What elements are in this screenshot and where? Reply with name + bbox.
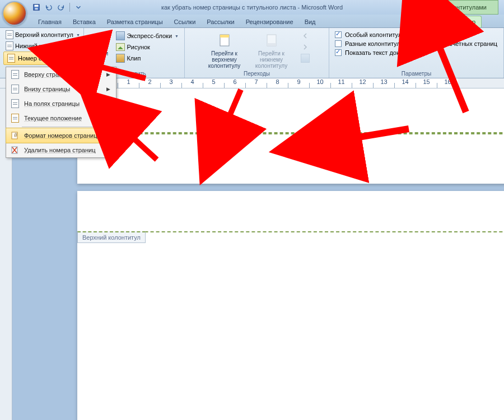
chevron-down-icon: ▼ bbox=[74, 44, 78, 48]
page-number-icon bbox=[7, 54, 16, 63]
link-icon bbox=[301, 54, 310, 63]
clip-art-button[interactable]: Клип bbox=[114, 53, 181, 64]
header-button[interactable]: Верхний колонтитул ▼ bbox=[3, 29, 80, 40]
svg-rect-1 bbox=[35, 5, 39, 7]
page-number-dropdown: Вверху страницы ▶ Внизу страницы ▶ На по… bbox=[6, 67, 116, 158]
group-label: Параметры bbox=[329, 71, 503, 77]
ruler-tick bbox=[309, 83, 330, 88]
office-button[interactable] bbox=[2, 1, 27, 26]
page-number-field[interactable]: 2 bbox=[325, 136, 333, 146]
chevron-right-icon: ▶ bbox=[106, 72, 113, 77]
chevron-right-icon: ▶ bbox=[106, 115, 113, 121]
ruler-tick bbox=[203, 83, 224, 88]
group-navigation: Перейти к верхнему колонтитулу Перейти к… bbox=[185, 28, 329, 78]
quick-access-toolbar bbox=[31, 2, 83, 12]
footer-button[interactable]: Нижний колонтитул ▼ bbox=[3, 40, 80, 52]
previous-section-button bbox=[298, 30, 312, 41]
ruler-tick bbox=[139, 83, 160, 88]
ruler-tick bbox=[224, 83, 245, 88]
svg-rect-4 bbox=[94, 35, 106, 38]
format-icon: # bbox=[10, 131, 21, 140]
quick-parts-icon bbox=[116, 31, 125, 40]
current-position-icon bbox=[10, 114, 21, 123]
app-name: Microsoft Word bbox=[301, 4, 343, 11]
menu-bottom-of-page[interactable]: Внизу страницы ▶ bbox=[6, 82, 116, 96]
qat-customize-icon[interactable] bbox=[73, 2, 83, 12]
menu-format-page-numbers[interactable]: # Формат номеров страниц... bbox=[6, 128, 116, 143]
ruler-tick bbox=[437, 83, 458, 88]
goto-footer-icon bbox=[263, 31, 281, 49]
menu-remove-page-numbers[interactable]: Удалить номера страниц bbox=[6, 143, 116, 157]
tab-review[interactable]: Рецензирование bbox=[240, 16, 299, 27]
ruler-tick bbox=[352, 83, 373, 88]
group-label: Переходы bbox=[185, 71, 329, 77]
menu-current-position[interactable]: Текущее положение ▶ bbox=[6, 111, 116, 125]
separator bbox=[22, 127, 114, 127]
calendar-icon bbox=[91, 31, 109, 49]
footer-icon bbox=[6, 41, 13, 50]
save-icon[interactable] bbox=[31, 2, 41, 12]
different-first-page-checkbox[interactable]: Особый колонтитул для первой страницы bbox=[333, 30, 500, 39]
quick-parts-button[interactable]: Экспресс-блоки ▼ bbox=[114, 30, 181, 41]
document-name: как убрать номер страницы с титульного л… bbox=[161, 4, 296, 11]
ruler-tick bbox=[394, 83, 416, 88]
checkbox-icon bbox=[335, 49, 342, 56]
ruler-tick bbox=[181, 83, 203, 88]
svg-text:#: # bbox=[14, 132, 18, 138]
tab-page-layout[interactable]: Разметка страницы bbox=[101, 16, 169, 27]
tab-mailings[interactable]: Рассылки bbox=[201, 16, 240, 27]
prev-icon bbox=[301, 31, 310, 40]
link-previous-button bbox=[298, 53, 312, 64]
page-current: Верхний колонтитул bbox=[77, 191, 504, 420]
next-section-button bbox=[298, 41, 312, 53]
picture-icon bbox=[116, 43, 125, 52]
ruler-tick bbox=[373, 83, 394, 88]
tab-home[interactable]: Главная bbox=[32, 16, 67, 27]
checkbox-icon bbox=[335, 40, 342, 47]
ruler-tick bbox=[267, 83, 288, 88]
goto-footer-button: Перейти к нижнему колонтитулу bbox=[249, 30, 294, 70]
page-margins-icon bbox=[10, 99, 21, 108]
ruler-tick bbox=[245, 83, 267, 88]
next-icon bbox=[301, 43, 310, 52]
goto-header-icon bbox=[216, 31, 234, 49]
ruler-tick bbox=[288, 83, 309, 88]
clip-icon bbox=[116, 54, 125, 63]
undo-icon[interactable] bbox=[44, 2, 54, 12]
title-bar: как убрать номер страницы с титульного л… bbox=[0, 0, 504, 15]
remove-icon bbox=[10, 146, 21, 155]
svg-rect-2 bbox=[35, 8, 38, 10]
ruler-tick bbox=[416, 83, 437, 88]
chevron-down-icon: ▼ bbox=[175, 34, 179, 38]
page-previous: нтитул 2 bbox=[77, 88, 504, 184]
page-top-icon bbox=[10, 70, 21, 79]
header-tab-label: Верхний колонтитул bbox=[77, 231, 146, 243]
goto-header-button[interactable]: Перейти к верхнему колонтитулу bbox=[202, 30, 247, 70]
redo-icon[interactable] bbox=[56, 2, 66, 12]
different-odd-even-checkbox[interactable]: Разные колонтитулы для четных и нечетных… bbox=[333, 39, 500, 48]
chevron-right-icon: ▶ bbox=[106, 86, 113, 92]
show-document-text-checkbox[interactable]: Показать текст документа bbox=[333, 48, 500, 57]
tab-insert[interactable]: Вставка bbox=[67, 16, 101, 27]
tab-design[interactable]: Конструктор bbox=[434, 16, 482, 27]
svg-rect-9 bbox=[220, 35, 229, 38]
contextual-tab-header-footer[interactable]: Работа с колонтитулами bbox=[405, 0, 498, 15]
ruler-tick bbox=[330, 83, 352, 88]
page-bottom-icon bbox=[10, 85, 21, 94]
svg-rect-11 bbox=[267, 43, 276, 46]
menu-top-of-page[interactable]: Вверху страницы ▶ bbox=[6, 67, 116, 82]
picture-button[interactable]: Рисунок bbox=[114, 41, 181, 53]
page-number-button[interactable]: Номер страницы ▼ bbox=[3, 52, 80, 65]
chevron-down-icon: ▼ bbox=[69, 57, 73, 60]
checkbox-icon bbox=[335, 31, 342, 38]
ruler-tick bbox=[118, 83, 139, 88]
menu-page-margins[interactable]: На полях страницы ▶ bbox=[6, 96, 116, 111]
chevron-right-icon: ▶ bbox=[106, 101, 113, 106]
tab-references[interactable]: Ссылки bbox=[169, 16, 202, 27]
ruler-tick bbox=[160, 83, 181, 88]
group-options: Особый колонтитул для первой страницы Ра… bbox=[329, 28, 504, 78]
header-icon bbox=[6, 30, 13, 39]
separator bbox=[69, 3, 70, 12]
date-time-button[interactable]: Дата и bbox=[87, 30, 111, 58]
tab-view[interactable]: Вид bbox=[299, 16, 321, 27]
